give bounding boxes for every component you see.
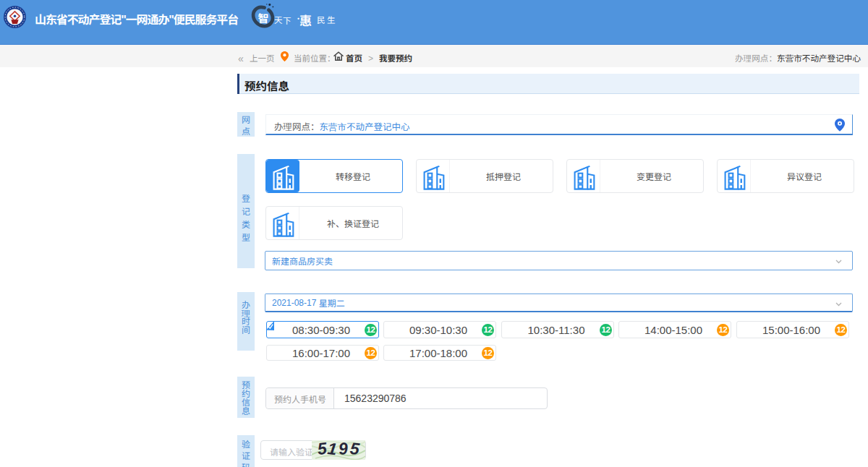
- svg-text:智: 智: [258, 10, 268, 25]
- svg-text:9: 9: [338, 440, 349, 458]
